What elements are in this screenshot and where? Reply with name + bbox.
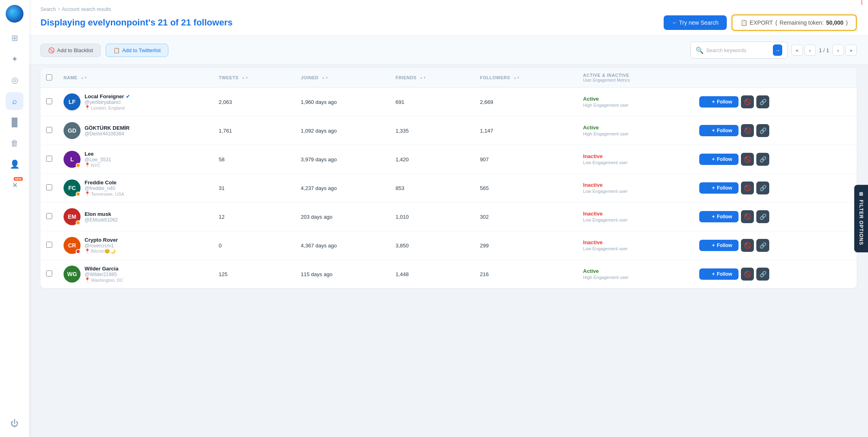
engagement-label: Low Engagement user — [583, 246, 628, 251]
sidebar-item-twitter-x[interactable]: ✕ NEW — [6, 176, 23, 194]
row-checkbox-cell — [40, 260, 58, 289]
arrow-indicator: ↑ — [859, 0, 865, 7]
row-checkbox[interactable] — [46, 270, 52, 277]
sidebar-item-search[interactable]: ⌕ — [6, 92, 23, 110]
link-button[interactable]: 🔗 — [756, 153, 769, 166]
filter-options-tab[interactable]: ⊞ FILTER OPTIONS — [854, 185, 868, 252]
status-label: Active — [583, 268, 599, 274]
engagement-label: Low Engagement user — [583, 189, 628, 194]
avatar-badge — [76, 192, 81, 196]
sidebar-item-monitor[interactable]: ◎ — [6, 71, 23, 89]
link-button[interactable]: 🔗 — [756, 95, 769, 108]
avatar: LF — [64, 93, 81, 110]
user-cell: WG Wilder Garcia @Wilder21985 📍Washingto… — [58, 260, 213, 289]
keyword-search-input[interactable] — [706, 47, 771, 53]
table-row: GD GÖKTÜRK DEMİR @Demir44106384 1,761 1,… — [40, 116, 857, 145]
link-button[interactable]: 🔗 — [756, 239, 769, 252]
block-button[interactable]: 🚫 — [741, 210, 754, 223]
add-to-blacklist-button[interactable]: 🚫 Add to Blacklist — [40, 44, 101, 57]
search-box-icon: 🔍 — [696, 46, 704, 54]
follow-button[interactable]: 👤+ Follow — [699, 268, 739, 280]
col-actions — [694, 68, 857, 88]
user-info: Local Foreigner ✔ @yerlibiryabanci 📍Lond… — [85, 93, 130, 110]
link-icon: 🔗 — [760, 213, 766, 220]
sidebar-item-dashboard[interactable]: ⊞ — [6, 29, 23, 47]
add-to-twitterlist-button[interactable]: 📋 Add to Twitterlist — [106, 44, 168, 57]
block-icon: 🚫 — [744, 185, 751, 191]
tweets-cell: 31 — [213, 174, 295, 203]
follow-button[interactable]: 👤+ Follow — [699, 154, 739, 165]
follow-button[interactable]: 👤+ Follow — [699, 211, 739, 222]
follow-icon: 👤+ — [706, 243, 715, 248]
blacklist-icon: 🚫 — [48, 47, 55, 53]
block-button[interactable]: 🚫 — [741, 268, 754, 281]
user-cell: L Lee @Lee_5531 📍NYC — [58, 145, 213, 174]
joined-cell: 115 days ago — [295, 260, 390, 289]
row-checkbox[interactable] — [46, 127, 52, 133]
first-page-button[interactable]: « — [792, 44, 803, 56]
followers-cell: 1,147 — [474, 116, 577, 145]
block-icon: 🚫 — [744, 99, 751, 105]
follow-button[interactable]: 👤+ Follow — [699, 125, 739, 136]
status-cell: Inactive Low Engagement user — [577, 145, 694, 174]
block-icon: 🚫 — [744, 156, 751, 163]
link-button[interactable]: 🔗 — [756, 210, 769, 223]
twitter-x-icon: ✕ — [12, 182, 17, 189]
user-handle: @yerlibiryabanci — [85, 99, 130, 105]
export-token-label: ( — [775, 19, 777, 26]
prev-page-button[interactable]: ‹ — [804, 44, 816, 56]
row-checkbox[interactable] — [46, 98, 52, 104]
search-icon: ⌕ — [12, 97, 17, 106]
select-all-checkbox[interactable] — [46, 74, 52, 80]
last-page-button[interactable]: » — [845, 44, 857, 56]
row-checkbox[interactable] — [46, 242, 52, 248]
user-info: Wilder Garcia @Wilder21985 📍Washington, … — [85, 266, 123, 283]
tweets-cell: 2,063 — [213, 88, 295, 116]
search-go-button[interactable]: → — [773, 44, 782, 56]
sidebar-item-user[interactable]: 👤 — [6, 155, 23, 173]
try-new-search-button[interactable]: ← Try new Search — [664, 15, 726, 30]
avatar: L — [64, 151, 81, 168]
block-icon: 🚫 — [744, 242, 751, 249]
friends-cell: 1,335 — [390, 116, 474, 145]
avatar-initials: L — [70, 156, 74, 163]
sidebar-item-analytics[interactable]: ▐▌ — [6, 113, 23, 131]
friends-sort[interactable]: ▲▼ — [420, 76, 427, 80]
follow-button[interactable]: 👤+ Follow — [699, 96, 739, 108]
block-button[interactable]: 🚫 — [741, 124, 754, 137]
block-button[interactable]: 🚫 — [741, 153, 754, 166]
link-button[interactable]: 🔗 — [756, 182, 769, 194]
row-checkbox[interactable] — [46, 184, 52, 190]
user-handle: @freddie_n40 — [85, 186, 124, 191]
keyword-search-box: 🔍 → — [690, 42, 787, 59]
user-handle: @Wilder21985 — [85, 272, 123, 277]
tweets-cell: 58 — [213, 145, 295, 174]
export-button[interactable]: 📋 EXPORT (Remaining token: 50,000) — [732, 15, 857, 31]
sidebar-item-delete[interactable]: 🗑 — [6, 134, 23, 152]
breadcrumb-parent[interactable]: Search — [40, 6, 56, 12]
status-cell: Active High Engagement user — [577, 88, 694, 116]
followers-sort[interactable]: ▲▼ — [513, 76, 520, 80]
link-button[interactable]: 🔗 — [756, 124, 769, 137]
avatar: FC — [64, 179, 81, 196]
logo-icon: 🌐 — [12, 12, 17, 16]
next-page-button[interactable]: › — [832, 44, 844, 56]
row-checkbox[interactable] — [46, 156, 52, 162]
joined-sort[interactable]: ▲▼ — [322, 76, 329, 80]
sidebar-item-power[interactable]: ⏻ — [6, 414, 23, 432]
user-name: Freddie Cole — [85, 179, 124, 186]
row-checkbox[interactable] — [46, 213, 52, 219]
block-button[interactable]: 🚫 — [741, 239, 754, 252]
link-button[interactable]: 🔗 — [756, 268, 769, 281]
block-button[interactable]: 🚫 — [741, 95, 754, 108]
tweets-sort[interactable]: ▲▼ — [242, 76, 248, 80]
avatar-initials: EM — [68, 213, 76, 220]
sidebar-item-network[interactable]: ✦ — [6, 50, 23, 68]
block-button[interactable]: 🚫 — [741, 182, 754, 194]
follow-button[interactable]: 👤+ Follow — [699, 182, 739, 194]
blacklist-label: Add to Blacklist — [57, 47, 93, 53]
status-label: Inactive — [583, 153, 603, 159]
name-sort[interactable]: ▲▼ — [81, 76, 87, 80]
follow-button[interactable]: 👤+ Follow — [699, 240, 739, 251]
link-icon: 🔗 — [760, 242, 766, 249]
